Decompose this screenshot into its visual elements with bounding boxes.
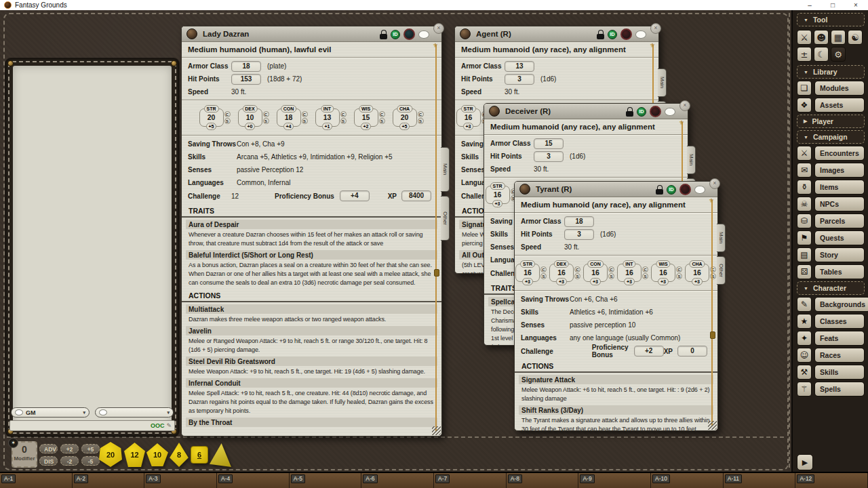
sidebar-item-label[interactable]: Assets bbox=[814, 98, 865, 113]
roll-button--5[interactable]: -5 bbox=[81, 456, 100, 466]
save-button[interactable]: S bbox=[642, 273, 648, 279]
feats-icon[interactable]: ✦ bbox=[797, 331, 812, 346]
sidebar-item-spells[interactable]: ⚚Spells bbox=[797, 382, 865, 396]
assets-icon[interactable]: ❖ bbox=[797, 98, 812, 113]
ability-score-box[interactable]: STR 16 +3 bbox=[486, 186, 510, 204]
tab-other[interactable]: Other bbox=[441, 196, 450, 241]
proficiency-bonus-value[interactable]: +2 bbox=[634, 346, 664, 357]
sidebar-item-encounters[interactable]: ⚔Encounters bbox=[797, 146, 865, 161]
ability-modifier[interactable]: +0 bbox=[245, 123, 256, 130]
window-titlebar[interactable]: Deceiver (R) ID × bbox=[484, 104, 688, 119]
npcs-icon[interactable]: ☠ bbox=[797, 197, 812, 211]
skills-icon[interactable]: ⚒ bbox=[797, 365, 812, 380]
window-titlebar[interactable]: Agent (R) ID × bbox=[455, 26, 658, 42]
hotkey-slot[interactable]: A-10 bbox=[651, 473, 724, 488]
entry-name[interactable]: Multiattack bbox=[186, 304, 437, 314]
field-value-box[interactable]: 15 bbox=[534, 138, 564, 149]
sidebar-item-skills[interactable]: ⚒Skills bbox=[797, 365, 865, 380]
hotkey-slot[interactable]: A-9 bbox=[578, 473, 651, 488]
ability-modifier[interactable]: +3 bbox=[624, 278, 635, 285]
hotkey-slot[interactable]: A-6 bbox=[361, 473, 434, 488]
sidebar-item-quests[interactable]: ⚑Quests bbox=[797, 230, 865, 245]
story-icon[interactable]: ▤ bbox=[797, 247, 812, 262]
portrait-icon[interactable] bbox=[620, 28, 632, 40]
sidebar-item-races[interactable]: ☺Races bbox=[797, 348, 865, 363]
encounters-icon[interactable]: ⚔ bbox=[797, 146, 812, 161]
tables-icon[interactable]: ⚄ bbox=[797, 264, 812, 279]
roll-button-+5[interactable]: +5 bbox=[81, 444, 100, 453]
options-icon[interactable]: ⚙ bbox=[831, 47, 846, 62]
check-button[interactable]: C bbox=[540, 266, 547, 272]
d12-die[interactable]: 12 bbox=[123, 443, 146, 467]
portrait-icon[interactable] bbox=[650, 106, 661, 117]
sidebar-item-assets[interactable]: ❖Assets bbox=[797, 98, 865, 113]
window-orb-icon[interactable] bbox=[186, 28, 197, 39]
entry-name[interactable]: Javelin bbox=[186, 326, 437, 336]
images-icon[interactable]: ✉ bbox=[797, 163, 812, 178]
tab-main[interactable]: Main bbox=[717, 224, 726, 252]
lady-dazran-window[interactable]: Lady Dazran ID × Medium humanoid (human)… bbox=[181, 26, 442, 436]
chat-bubble-icon[interactable] bbox=[635, 30, 646, 39]
lock-icon[interactable] bbox=[656, 185, 663, 195]
lock-icon[interactable] bbox=[626, 107, 633, 117]
ability-modifier[interactable]: +4 bbox=[283, 123, 294, 130]
save-button[interactable]: S bbox=[574, 273, 580, 279]
check-button[interactable]: C bbox=[379, 111, 385, 117]
hotkey-slot[interactable]: A-5 bbox=[290, 473, 362, 488]
sidebar-item-npcs[interactable]: ☠NPCs bbox=[797, 197, 865, 211]
save-button[interactable]: S bbox=[340, 118, 347, 124]
sidebar-item-label[interactable]: Tables bbox=[814, 264, 865, 279]
ability-score-box[interactable]: CHA 16 +3 bbox=[685, 264, 709, 282]
party-sheet-icon[interactable]: ☻ bbox=[814, 30, 829, 45]
ability-modifier[interactable]: +2 bbox=[361, 123, 372, 130]
close-icon[interactable]: × bbox=[679, 100, 690, 111]
ability-modifier[interactable]: +3 bbox=[590, 278, 601, 285]
d12-die-shape[interactable]: 12 bbox=[123, 443, 146, 467]
field-value-box[interactable]: 18 bbox=[564, 216, 594, 227]
window-orb-icon[interactable] bbox=[519, 184, 530, 195]
hotkey-slot[interactable]: A-11 bbox=[724, 473, 796, 488]
save-button[interactable]: S bbox=[418, 118, 424, 124]
hotkey-slot[interactable]: A-7 bbox=[434, 473, 507, 488]
chat-bubble-icon[interactable] bbox=[665, 108, 675, 116]
ability-score-box[interactable]: STR 16 +3 bbox=[456, 108, 481, 127]
sidebar-item-label[interactable]: Story bbox=[814, 247, 865, 262]
save-button[interactable]: S bbox=[263, 118, 269, 124]
xp-value[interactable]: 8400 bbox=[401, 190, 431, 201]
xp-value[interactable]: 0 bbox=[677, 346, 707, 357]
save-button[interactable]: S bbox=[608, 273, 614, 279]
check-button[interactable]: C bbox=[642, 266, 648, 272]
modules-icon[interactable]: ❏ bbox=[797, 81, 812, 96]
roll-button-dis[interactable]: DIS bbox=[39, 456, 58, 466]
field-value-box[interactable]: 3 bbox=[534, 151, 564, 162]
sidebar-header-library[interactable]: ▼Library bbox=[797, 65, 865, 79]
chat-input[interactable]: OOC ✎ bbox=[9, 420, 175, 431]
sidebar-item-modules[interactable]: ❏Modules bbox=[797, 81, 865, 96]
d10-die[interactable]: 10 bbox=[146, 443, 168, 466]
tyrant-window[interactable]: Tyrant (R) ID × Medium humanoid (any rac… bbox=[514, 181, 718, 431]
portrait-icon[interactable] bbox=[403, 28, 415, 40]
close-icon[interactable]: × bbox=[433, 23, 444, 34]
chat-bubble-icon[interactable] bbox=[418, 30, 429, 39]
roll-button-adv[interactable]: ADV bbox=[39, 444, 58, 453]
lock-icon[interactable] bbox=[597, 30, 604, 39]
field-value-box[interactable]: 153 bbox=[231, 74, 261, 85]
sidebar-item-classes[interactable]: ★Classes bbox=[797, 314, 865, 329]
window-orb-icon[interactable] bbox=[460, 28, 471, 39]
modifier-badge-icon[interactable]: ✶ bbox=[8, 438, 18, 448]
check-button[interactable]: C bbox=[224, 111, 231, 117]
field-value-box[interactable]: 3 bbox=[505, 74, 534, 85]
hotkey-slot[interactable]: A-4 bbox=[217, 473, 290, 488]
sidebar-item-tables[interactable]: ⚄Tables bbox=[797, 264, 865, 279]
entry-name[interactable]: Aura of Despair bbox=[186, 220, 437, 229]
tab-other[interactable]: Other bbox=[717, 256, 726, 285]
parcels-icon[interactable]: ⛁ bbox=[797, 214, 812, 228]
hotkey-slot[interactable]: A-8 bbox=[507, 473, 579, 488]
sidebar-item-label[interactable]: Skills bbox=[814, 365, 865, 380]
window-titlebar[interactable]: Lady Dazran ID × bbox=[182, 26, 441, 42]
d8-die[interactable]: 8 bbox=[169, 443, 189, 467]
sidebar-item-label[interactable]: Items bbox=[814, 180, 865, 195]
sidebar-item-story[interactable]: ▤Story bbox=[797, 247, 865, 262]
classes-icon[interactable]: ★ bbox=[797, 314, 812, 329]
ability-modifier[interactable]: +5 bbox=[399, 123, 410, 130]
